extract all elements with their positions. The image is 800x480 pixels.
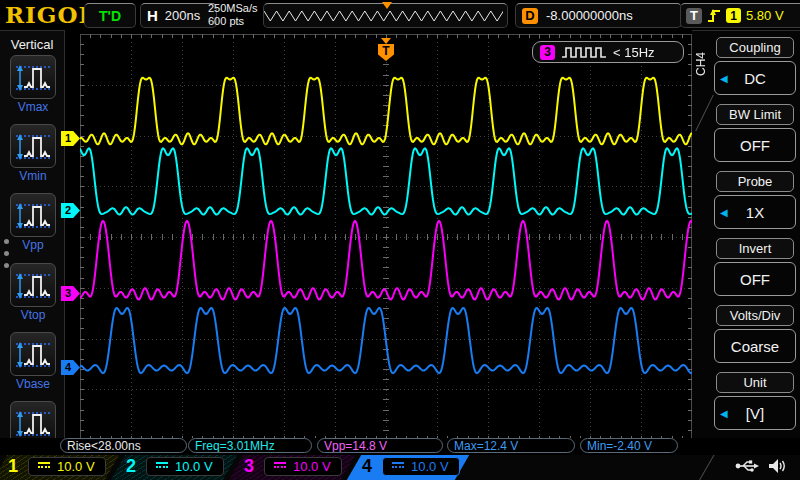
menu-item-value: [V] <box>746 405 764 422</box>
status-icons <box>735 458 786 474</box>
dc-coupling-icon <box>156 462 168 472</box>
scope-display: 1 2 3 4 T 3 < 15Hz <box>80 34 692 440</box>
tab-divider <box>695 95 713 131</box>
trigger-info-box[interactable]: T 1 5.80 V <box>680 3 800 28</box>
dc-coupling-icon <box>274 462 286 472</box>
channel3-ground-marker[interactable]: 3 <box>61 286 80 301</box>
channel2-volts-div: 10.0 V <box>175 459 213 474</box>
channel4-volts-div: 10.0 V <box>411 459 449 474</box>
trigger-source-badge: 1 <box>726 8 741 23</box>
menu-item-probe[interactable]: Probe ◀ 1X <box>714 171 796 229</box>
channel1-slot[interactable]: 1 10.0 V <box>0 455 116 480</box>
channel2-number: 2 <box>126 456 136 477</box>
trigger-tip-icon <box>381 38 391 44</box>
menu-item-value: OFF <box>740 137 770 154</box>
beeper-icon <box>768 458 786 474</box>
measurement-rise[interactable]: Rise<28.00ns <box>60 438 187 453</box>
dc-coupling-icon <box>392 462 404 472</box>
channel1-volts-div: 10.0 V <box>57 459 95 474</box>
sidebar-item-vmin[interactable]: Vmin <box>9 124 57 186</box>
delay-box[interactable]: D -8.00000000ns <box>515 3 682 28</box>
menu-item-coupling[interactable]: Coupling ◀ DC <box>714 37 796 95</box>
trigger-position-icon <box>382 2 392 9</box>
softkey-menu: Coupling ◀ DC BW Limit OFF Probe ◀ 1X <box>714 37 796 430</box>
channel2-slot[interactable]: 2 10.0 V <box>114 455 234 480</box>
trigger-label: T <box>686 8 702 24</box>
sidebar-item-label: Vpp <box>9 238 57 252</box>
chevron-left-icon: ◀ <box>720 73 728 84</box>
channel4-number: 4 <box>362 456 372 477</box>
sidebar-item-vtop[interactable]: Vtop <box>9 263 57 325</box>
chevron-left-icon: ◀ <box>720 207 728 218</box>
oscilloscope-screen: RIGOL T'D H 200ns 250MSa/s 600 pts D -8.… <box>0 0 800 480</box>
acquisition-info: 250MSa/s 600 pts <box>208 2 258 28</box>
vmax-icon <box>10 55 56 99</box>
channel4-slot[interactable]: 4 10.0 V <box>350 455 466 480</box>
menu-item-title: Volts/Div <box>716 305 794 326</box>
rigol-logo: RIGOL <box>5 1 96 28</box>
vpp-icon <box>10 193 56 237</box>
menu-item-title: Coupling <box>716 37 794 58</box>
channel1-number: 1 <box>8 456 18 477</box>
sidebar-item-label: Vtop <box>9 308 57 322</box>
menu-item-unit[interactable]: Unit ◀ [V] <box>714 372 796 430</box>
measurement-vpp[interactable]: Vpp=14.8 V <box>317 438 443 453</box>
waveform-preview-strip[interactable] <box>263 3 508 28</box>
sidebar-item-label: Vbase <box>9 377 57 391</box>
sidebar-item-label: Vmin <box>9 169 57 183</box>
sidebar-item-label: Vmax <box>9 100 57 114</box>
vbase-icon <box>10 332 56 376</box>
channel3-volts-div: 10.0 V <box>293 459 331 474</box>
sidebar-item-vmax[interactable]: Vmax <box>9 55 57 117</box>
memory-depth: 600 pts <box>208 15 258 28</box>
sidebar-item-vbase[interactable]: Vbase <box>9 332 57 394</box>
menu-item-value: OFF <box>740 271 770 288</box>
measurement-min[interactable]: Min=-2.40 V <box>580 438 678 453</box>
trigger-status-box: T'D <box>84 3 136 28</box>
channel3-number: 3 <box>244 456 254 477</box>
vmin-icon <box>10 124 56 168</box>
channel1-ground-marker[interactable]: 1 <box>61 131 80 146</box>
channel2-ground-marker[interactable]: 2 <box>61 203 80 218</box>
preview-wave <box>264 11 503 21</box>
menu-item-volts-div[interactable]: Volts/Div Coarse <box>714 305 796 363</box>
sidebar-item-vpp[interactable]: Vpp <box>9 193 57 255</box>
channel2-scale-box: 10.0 V <box>146 457 224 476</box>
menu-item-title: BW Limit <box>716 104 794 125</box>
vtop-icon <box>10 263 56 307</box>
dc-coupling-icon <box>38 462 50 472</box>
freq-counter-value: < 15Hz <box>613 45 655 60</box>
channel1-scale-box: 10.0 V <box>28 457 106 476</box>
menu-item-title: Unit <box>716 372 794 393</box>
measurement-max[interactable]: Max=12.4 V <box>447 438 575 453</box>
channel3-slot[interactable]: 3 10.0 V <box>232 455 352 480</box>
frequency-counter-badge: 3 < 15Hz <box>532 41 684 63</box>
measurement-freq[interactable]: Freq=3.01MHz <box>188 438 312 453</box>
trigger-level-value: 5.80 V <box>746 8 784 23</box>
menu-item-bw-limit[interactable]: BW Limit OFF <box>714 104 796 162</box>
menu-page-indicator <box>4 239 9 268</box>
timebase-box[interactable]: H 200ns <box>140 3 217 28</box>
top-status-bar: RIGOL T'D H 200ns 250MSa/s 600 pts D -8.… <box>0 0 800 30</box>
trigger-position-marker[interactable]: T <box>377 38 395 61</box>
menu-item-value: 1X <box>746 204 764 221</box>
channel-status-bar: 1 10.0 V 2 10.0 V 3 10.0 V 4 <box>0 455 800 480</box>
trigger-status-label: T'D <box>99 8 121 24</box>
usb-icon <box>735 459 759 473</box>
channel4-menu-panel: CH4 Coupling ◀ DC BW Limit OFF Probe ◀ <box>692 30 800 455</box>
delay-value: -8.00000000ns <box>546 8 633 23</box>
timebase-value: 200ns <box>165 8 200 23</box>
left-menu-title: Vertical <box>0 37 64 52</box>
vertical-measure-menu: Vertical Vmax Vmin Vpp Vtop <box>0 30 65 455</box>
delay-label: D <box>522 8 538 24</box>
measurement-bar: Rise<28.00ns Freq=3.01MHz Vpp=14.8 V Max… <box>0 438 800 455</box>
bar-divider <box>698 455 716 480</box>
horizontal-label: H <box>147 7 158 24</box>
pulse-train-icon <box>561 45 607 59</box>
rising-edge-icon <box>707 8 721 23</box>
menu-item-value: DC <box>744 70 766 87</box>
menu-item-invert[interactable]: Invert OFF <box>714 238 796 296</box>
menu-item-title: Invert <box>716 238 794 259</box>
channel4-ground-marker[interactable]: 4 <box>61 360 80 375</box>
menu-tab-ch4: CH4 <box>694 37 712 91</box>
